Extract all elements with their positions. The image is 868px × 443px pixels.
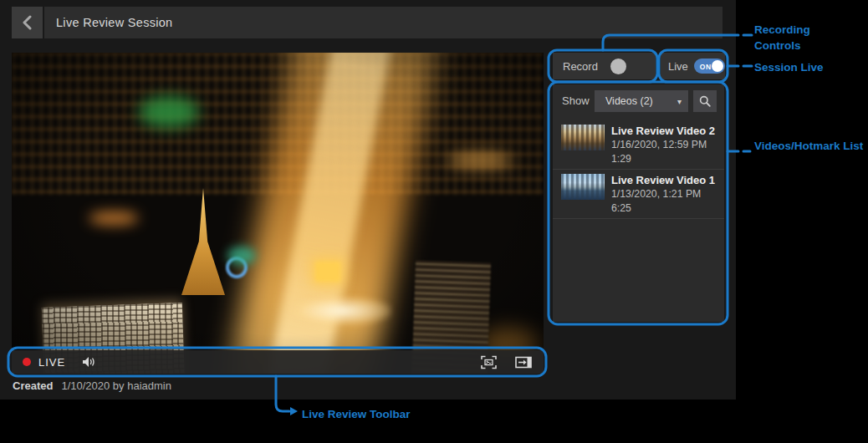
annotation-live-review-toolbar: Live Review Toolbar (302, 406, 494, 422)
live-indicator-icon (23, 358, 31, 366)
created-value: 1/10/2020 by haiadmin (61, 379, 171, 392)
toggle-knob (712, 60, 723, 72)
annotation-session-live: Session Live (754, 59, 868, 75)
show-filter-value: Videos (2) (605, 95, 677, 107)
speaker-icon (82, 356, 96, 368)
app-window: Live Review Session LIVE (0, 0, 736, 400)
video-list-item[interactable]: Live Review Video 1 1/13/2020, 1:21 PM 6… (553, 170, 724, 219)
session-live-control: Live ON (661, 53, 725, 79)
search-icon (699, 95, 711, 107)
video-title: Live Review Video 2 (611, 124, 715, 138)
video-meta: Live Review Video 1 1/13/2020, 1:21 PM 6… (611, 173, 715, 216)
video-thumbnail (561, 125, 605, 150)
record-icon (610, 59, 626, 74)
created-label: Created (13, 379, 53, 392)
session-created-info: Created 1/10/2020 by haiadmin (13, 379, 171, 392)
screen: Live Review Session LIVE (0, 0, 868, 443)
video-frame (12, 53, 544, 374)
back-button[interactable] (12, 7, 43, 38)
video-player: LIVE (12, 53, 544, 374)
video-duration: 1:29 (611, 152, 715, 166)
video-meta: Live Review Video 2 1/16/2020, 12:59 PM … (611, 124, 715, 166)
video-datetime: 1/13/2020, 1:21 PM (611, 187, 715, 201)
callout-arrow-icon (290, 407, 298, 415)
volume-button[interactable] (82, 356, 96, 368)
show-label: Show (562, 94, 590, 107)
videos-hotmark-panel: Show Videos (2) ▾ Live Review Video 2 1/… (553, 84, 724, 322)
search-button[interactable] (693, 90, 717, 112)
open-panel-button[interactable] (515, 356, 532, 369)
snapshot-button[interactable] (481, 355, 497, 369)
show-filter-dropdown[interactable]: Videos (2) ▾ (595, 90, 688, 112)
video-thumbnail (561, 174, 605, 200)
video-datetime: 1/16/2020, 12:59 PM (611, 138, 715, 152)
annotation-recording-controls: Recording Controls (754, 22, 843, 53)
annotation-videos-hotmark-list: Videos/Hotmark List (754, 138, 868, 154)
chevron-left-icon (23, 15, 32, 30)
chevron-down-icon: ▾ (677, 97, 682, 106)
panel-arrow-right-icon (515, 356, 532, 369)
live-label: Live (668, 60, 688, 73)
page-title: Live Review Session (44, 16, 173, 29)
live-review-toolbar: LIVE (12, 350, 544, 374)
record-button[interactable]: Record (553, 53, 656, 79)
video-duration: 6:25 (611, 201, 715, 216)
record-label: Record (563, 60, 598, 73)
toggle-state-label: ON (700, 63, 712, 71)
header-bar: Live Review Session (44, 7, 722, 38)
live-indicator-label: LIVE (38, 356, 65, 369)
live-toggle[interactable]: ON (694, 59, 725, 74)
snapshot-icon (481, 355, 497, 369)
video-list: Live Review Video 2 1/16/2020, 12:59 PM … (553, 120, 724, 219)
video-title: Live Review Video 1 (611, 173, 715, 187)
video-list-item[interactable]: Live Review Video 2 1/16/2020, 12:59 PM … (553, 120, 724, 170)
